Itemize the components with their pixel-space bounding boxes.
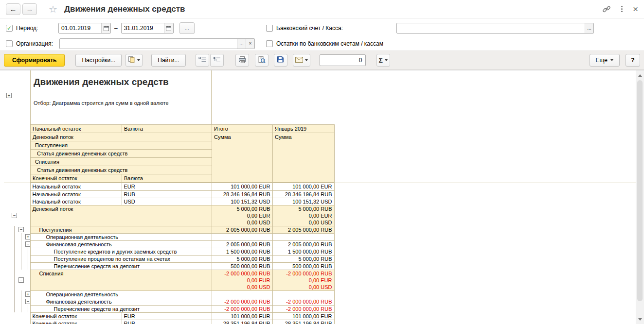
- settings-button[interactable]: Настройки...: [75, 54, 122, 67]
- period-from-field[interactable]: 01.01.2019: [58, 23, 111, 34]
- favorite-star-icon[interactable]: ☆: [49, 4, 57, 14]
- print-button[interactable]: [235, 54, 249, 67]
- row-label: Начальный остаток: [30, 198, 122, 205]
- report-row: Конечный остатокEUR101 000,00 EUR101 000…: [4, 312, 334, 320]
- row-amount-period: -2 000 000,00 RUB: [272, 298, 334, 305]
- expand-groups-button[interactable]: [210, 54, 224, 67]
- filter-panel: ✓ Период: 01.01.2019 – 31.01.2019 ... Ба…: [0, 18, 644, 51]
- report-row: Начальный остатокEUR101 000,00 EUR101 00…: [4, 183, 334, 190]
- row-group-margin: [4, 320, 30, 324]
- row-group-margin: [4, 305, 30, 312]
- row-amount-total: 28 351 196,84 RUB: [212, 320, 272, 324]
- row-group-margin: −: [4, 240, 30, 248]
- tree-guide-line: [21, 248, 21, 255]
- scroll-down-icon[interactable]: [636, 315, 644, 323]
- close-icon[interactable]: ×: [633, 4, 638, 14]
- report-row: Перечисление средств на депозит-2 000 00…: [4, 305, 334, 312]
- collapse-group-icon[interactable]: −: [25, 299, 30, 304]
- expand-group-icon[interactable]: +: [25, 234, 30, 239]
- row-amount-total: -2 000 000,00 RUB0,00 EUR0,00 USD: [212, 270, 272, 290]
- link-icon[interactable]: [602, 5, 611, 14]
- help-button[interactable]: ?: [626, 54, 640, 67]
- tree-guide-line: [21, 305, 21, 312]
- row-label: Конечный остаток: [30, 312, 122, 320]
- forward-button[interactable]: →: [22, 3, 37, 15]
- find-button[interactable]: Найти...: [151, 54, 185, 67]
- balances-checkbox[interactable]: [266, 40, 273, 47]
- period-to-field[interactable]: 31.01.2019: [121, 23, 174, 34]
- counter-input[interactable]: [320, 54, 366, 66]
- calendar-icon[interactable]: [164, 23, 173, 33]
- period-checkbox[interactable]: ✓: [6, 25, 13, 32]
- tree-guide-line: [28, 248, 28, 255]
- back-button[interactable]: ←: [6, 3, 20, 15]
- generate-button[interactable]: Сформировать: [4, 54, 65, 67]
- bank-account-filter: Банковский счет / Касса:: [266, 22, 343, 34]
- row-currency: RUB: [122, 190, 212, 198]
- organization-checkbox[interactable]: [6, 40, 13, 47]
- collapse-groups-button[interactable]: [196, 54, 209, 67]
- email-button[interactable]: [293, 54, 310, 67]
- caret-down-icon: [610, 59, 613, 61]
- report-variants-button[interactable]: [125, 54, 143, 67]
- scroll-up-icon[interactable]: [636, 71, 644, 79]
- collapse-group-icon[interactable]: −: [18, 277, 24, 283]
- header-total: Итого: [212, 125, 273, 133]
- sigma-button[interactable]: Σ: [376, 54, 390, 67]
- expand-group-icon[interactable]: +: [25, 291, 30, 297]
- bank-account-more-button[interactable]: ...: [585, 23, 593, 33]
- row-amount-period: 101 000,00 EUR: [272, 183, 334, 190]
- row-label: Поступление процентов по остаткам на сче…: [30, 255, 212, 262]
- caret-down-icon: [137, 59, 140, 61]
- header-sum-period: Сумма: [273, 133, 335, 183]
- report-row: Перечисление средств на депозит500 000,0…: [4, 262, 334, 270]
- row-label: Денежный поток: [30, 205, 212, 226]
- toolbar-right: Еще ?: [590, 54, 640, 67]
- tree-guide-line: [14, 255, 15, 262]
- vertical-scrollbar[interactable]: [636, 70, 644, 324]
- tree-guide-line: [14, 240, 15, 248]
- header-expense-article: Статья движения денежных средств: [31, 166, 212, 174]
- row-amount-period: 2 005 000,00 RUB: [272, 226, 334, 233]
- row-amount-total: -2 000 000,00 RUB: [212, 298, 272, 305]
- bank-account-field-group: ...: [396, 22, 594, 34]
- tree-guide-line: [14, 298, 15, 305]
- more-button[interactable]: Еще: [590, 54, 620, 67]
- more-menu-icon[interactable]: [620, 5, 624, 13]
- report-filter-note: Отбор: Диаграмма строится для сумм в одн…: [34, 100, 207, 106]
- bank-account-checkbox[interactable]: [266, 25, 273, 32]
- row-label: Операционная деятельность: [30, 233, 212, 240]
- row-group-margin: −: [4, 226, 30, 233]
- tree-guide-line: [28, 305, 28, 312]
- save-icon: [277, 56, 284, 65]
- row-amount-period: 28 351 196,84 RUB: [272, 320, 334, 324]
- organization-clear-button[interactable]: ×: [246, 39, 254, 49]
- calendar-icon[interactable]: [101, 23, 110, 33]
- organization-field[interactable]: ... ×: [59, 38, 255, 49]
- row-group-margin: [4, 262, 30, 270]
- collapse-group-icon[interactable]: −: [12, 213, 17, 218]
- bank-account-field[interactable]: ...: [396, 23, 594, 34]
- row-amount-period: 101 000,00 EUR: [272, 312, 334, 320]
- row-label: Операционная деятельность: [30, 290, 212, 298]
- scroll-thumb[interactable]: [637, 80, 643, 301]
- collapse-group-icon[interactable]: −: [18, 227, 24, 232]
- row-group-margin: −: [4, 298, 30, 305]
- row-amount-total: 101 000,00 EUR: [212, 183, 272, 190]
- save-button[interactable]: [274, 54, 287, 67]
- header-currency: Валюта: [122, 125, 212, 133]
- preview-button[interactable]: [255, 54, 268, 67]
- organization-more-button[interactable]: ...: [237, 39, 246, 49]
- report-expand-icon[interactable]: +: [6, 93, 12, 98]
- row-amount-period: 5 000,00 RUB0,00 EUR0,00 USD: [272, 205, 334, 226]
- row-currency: EUR: [122, 312, 212, 320]
- row-amount-total: [212, 290, 272, 298]
- row-label: Конечный остаток: [30, 320, 122, 324]
- row-amount-total: 101 000,00 EUR: [212, 312, 272, 320]
- collapse-group-icon[interactable]: −: [25, 241, 30, 247]
- row-label: Поступления: [30, 226, 212, 233]
- expand-groups-icon: [213, 56, 221, 65]
- bank-account-label: Банковский счет / Касса:: [276, 25, 343, 32]
- tree-guide-line: [14, 290, 15, 298]
- period-more-button[interactable]: ...: [179, 22, 195, 34]
